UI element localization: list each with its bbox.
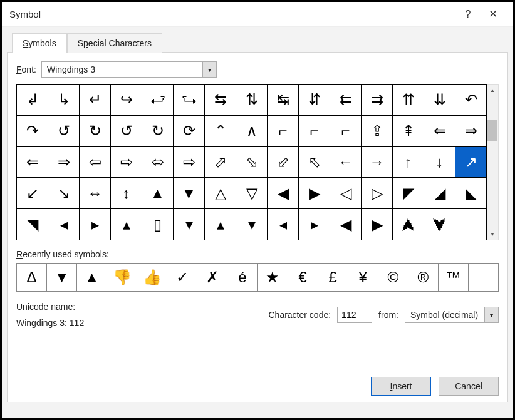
char-code-input[interactable] (337, 307, 372, 323)
symbol-cell[interactable]: ⬂ (236, 147, 268, 178)
symbol-cell[interactable]: ⬃ (268, 147, 299, 178)
from-select-button[interactable]: ▾ (484, 307, 498, 322)
symbol-cell[interactable]: → (362, 147, 393, 178)
symbol-cell[interactable]: ↺ (111, 116, 142, 147)
symbol-cell[interactable]: ⇞ (393, 116, 424, 147)
symbol-cell[interactable]: ◀ (268, 178, 299, 209)
recent-cell[interactable]: ¥ (348, 264, 378, 292)
symbol-cell[interactable]: ⇒ (48, 147, 80, 178)
symbol-cell[interactable]: ⇆ (205, 85, 236, 116)
recent-cell[interactable]: ▼ (47, 264, 77, 292)
recent-cell[interactable]: ✓ (167, 264, 197, 292)
symbol-cell[interactable]: ⬀ (205, 147, 236, 178)
symbol-cell[interactable]: ⇒ (455, 116, 487, 147)
scroll-up-button[interactable]: ▲ (487, 85, 498, 96)
symbol-cell[interactable]: ▸ (299, 209, 330, 240)
symbol-cell[interactable]: ⌃ (205, 116, 236, 147)
symbol-cell[interactable]: ▴ (205, 209, 236, 240)
symbol-cell[interactable]: ↪ (111, 85, 142, 116)
scroll-down-button[interactable]: ▼ (487, 228, 498, 240)
symbol-cell[interactable]: ▾ (174, 209, 205, 240)
symbol-cell[interactable]: △ (205, 178, 236, 209)
symbol-cell[interactable]: ⬁ (299, 147, 330, 178)
symbol-cell[interactable]: ↙ (17, 178, 48, 209)
recent-cell[interactable]: ▲ (77, 264, 107, 292)
symbol-cell[interactable]: ⇨ (174, 147, 205, 178)
symbol-cell[interactable]: ▶ (362, 209, 393, 240)
recent-cell[interactable]: ™ (439, 264, 469, 292)
grid-scrollbar[interactable]: ▲ ▼ (487, 84, 498, 240)
symbol-cell[interactable]: ⇅ (236, 85, 268, 116)
symbol-cell[interactable]: ⇦ (80, 147, 111, 178)
symbol-cell[interactable]: ◢ (424, 178, 455, 209)
recent-cell[interactable]: © (378, 264, 408, 292)
symbol-cell[interactable]: ↗ (455, 147, 487, 178)
symbol-cell[interactable]: ⇵ (299, 85, 330, 116)
symbol-cell[interactable]: ◥ (17, 209, 48, 240)
recent-cell[interactable]: ✗ (197, 264, 227, 292)
symbol-cell[interactable]: ↵ (80, 85, 111, 116)
symbol-cell[interactable]: ◤ (393, 178, 424, 209)
symbol-cell[interactable]: ← (330, 147, 362, 178)
symbol-cell[interactable]: ↳ (48, 85, 80, 116)
symbol-cell[interactable]: ◀ (330, 209, 362, 240)
scroll-thumb[interactable] (487, 120, 497, 141)
from-select[interactable]: Symbol (decimal) ▾ (405, 307, 499, 323)
symbol-cell[interactable]: ↺ (48, 116, 80, 147)
recent-cell[interactable] (469, 264, 499, 292)
symbol-cell[interactable]: ⇈ (393, 85, 424, 116)
symbol-cell[interactable]: ◁ (330, 178, 362, 209)
symbol-cell[interactable]: ↻ (80, 116, 111, 147)
symbol-cell[interactable]: ⮝ (393, 209, 424, 240)
symbol-cell[interactable]: ▯ (142, 209, 174, 240)
tab-symbols[interactable]: Symbols (12, 33, 67, 53)
symbol-cell[interactable]: ⇪ (362, 116, 393, 147)
symbol-cell[interactable]: ▶ (299, 178, 330, 209)
symbol-cell[interactable]: ▼ (174, 178, 205, 209)
recent-cell[interactable]: ★ (258, 264, 288, 292)
symbol-cell[interactable]: ↘ (48, 178, 80, 209)
symbol-cell[interactable]: ⇨ (111, 147, 142, 178)
symbol-cell[interactable]: ▾ (236, 209, 268, 240)
symbol-cell[interactable]: ∧ (236, 116, 268, 147)
symbol-cell[interactable]: ⟳ (174, 116, 205, 147)
symbol-cell[interactable]: ◂ (268, 209, 299, 240)
symbol-cell[interactable]: ↻ (142, 116, 174, 147)
recent-cell[interactable]: Δ (17, 264, 47, 292)
symbol-cell[interactable]: ⮑ (174, 85, 205, 116)
symbol-cell[interactable]: ⇇ (330, 85, 362, 116)
symbol-cell[interactable]: ↕ (111, 178, 142, 209)
symbol-cell[interactable]: ↲ (17, 85, 48, 116)
symbol-cell[interactable]: ↹ (268, 85, 299, 116)
symbol-cell[interactable]: ↓ (424, 147, 455, 178)
symbol-cell[interactable] (455, 209, 487, 240)
symbol-cell[interactable]: ▽ (236, 178, 268, 209)
symbol-cell[interactable]: ⌐ (299, 116, 330, 147)
symbol-cell[interactable]: ⇊ (424, 85, 455, 116)
symbol-cell[interactable]: ↷ (17, 116, 48, 147)
symbol-cell[interactable]: ⇐ (17, 147, 48, 178)
symbol-cell[interactable]: ↶ (455, 85, 487, 116)
recent-cell[interactable]: 👍 (137, 264, 167, 292)
scroll-track[interactable] (487, 96, 498, 228)
recent-cell[interactable]: ® (408, 264, 439, 292)
symbol-cell[interactable]: ⌐ (330, 116, 362, 147)
symbol-cell[interactable]: ⌐ (268, 116, 299, 147)
close-button[interactable]: ✕ (481, 2, 506, 27)
recent-cell[interactable]: £ (318, 264, 348, 292)
font-select-button[interactable]: ▾ (202, 62, 216, 77)
cancel-button[interactable]: Cancel (439, 377, 499, 396)
tab-special-characters[interactable]: Special Characters (67, 33, 162, 53)
symbol-cell[interactable]: ◣ (455, 178, 487, 209)
symbol-cell[interactable]: ↔ (80, 178, 111, 209)
recent-cell[interactable]: 👎 (107, 264, 137, 292)
symbol-cell[interactable]: ▸ (80, 209, 111, 240)
symbol-cell[interactable]: ⬄ (142, 147, 174, 178)
symbol-cell[interactable]: ⮐ (142, 85, 174, 116)
font-select[interactable]: Wingdings 3 ▾ (41, 61, 217, 78)
symbol-cell[interactable]: ⇉ (362, 85, 393, 116)
symbol-cell[interactable]: ↑ (393, 147, 424, 178)
symbol-cell[interactable]: ▲ (142, 178, 174, 209)
insert-button[interactable]: Insert (371, 377, 431, 396)
symbol-cell[interactable]: ▷ (362, 178, 393, 209)
